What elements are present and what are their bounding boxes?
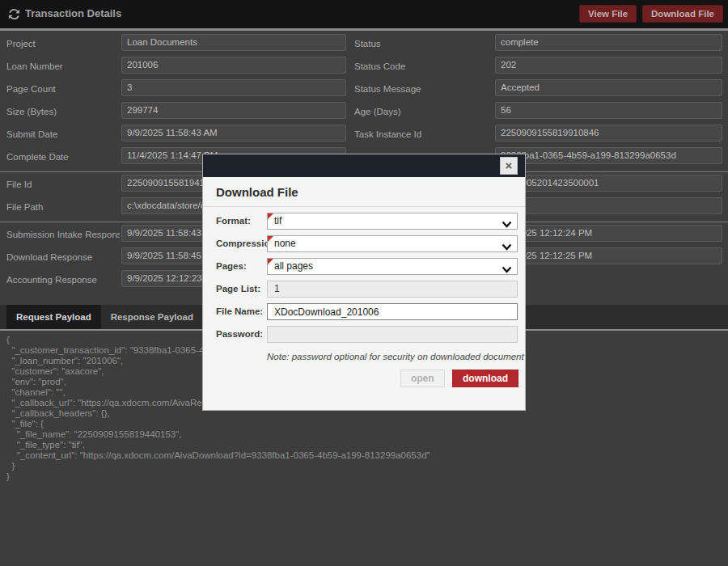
password-field-label: Password:	[216, 326, 263, 343]
file-path-label: File Path	[6, 199, 120, 216]
accounting-response-label: Accounting Response	[6, 272, 120, 289]
pages-field-label: Pages:	[216, 258, 247, 275]
complete-date-label: Complete Date	[6, 149, 120, 166]
age-days-label: Age (Days)	[354, 103, 493, 120]
password-input	[267, 326, 518, 343]
modal-fields: Format:tifCompression:nonePages:all page…	[203, 207, 525, 348]
refresh-icon[interactable]	[8, 8, 20, 20]
right-row-11-value[interactable]: 9/9/2025 12:12:25 PM	[495, 247, 722, 264]
file-id-label: File Id	[6, 176, 120, 193]
page-title: Transaction Details	[25, 7, 121, 19]
payload-line: "_file_name": "2250909155819440153",	[6, 429, 726, 440]
form-row: Loan Number201006Status Code202	[0, 57, 728, 79]
status-value[interactable]: complete	[495, 34, 722, 51]
changed-flag-icon	[268, 236, 273, 242]
form-row: ProjectLoan DocumentsStatuscomplete	[0, 34, 728, 57]
status-message-label: Status Message	[354, 81, 493, 98]
loan-number-label: Loan Number	[6, 58, 120, 75]
submit-date-value[interactable]: 9/9/2025 11:58:43 AM	[121, 125, 346, 142]
tab-request-payload[interactable]: Request Payload	[6, 305, 101, 329]
header-actions: View File Download File	[579, 5, 723, 23]
submit-date-label: Submit Date	[6, 126, 120, 143]
password-note: Note: password optional for security on …	[267, 352, 512, 361]
file-name-row: File Name:	[216, 303, 525, 326]
download-response-label: Download Response	[6, 249, 120, 266]
download-button[interactable]: download	[452, 370, 518, 387]
payload-line: }	[6, 461, 726, 471]
payload-line: "_file": {	[6, 419, 726, 429]
page-list-field-label: Page List:	[216, 281, 260, 298]
compression-row: Compression:none	[216, 235, 525, 258]
close-icon[interactable]: ×	[500, 157, 518, 175]
format-field-label: Format:	[216, 213, 251, 230]
view-file-button[interactable]: View File	[579, 5, 637, 23]
compression-selected-value: none	[274, 238, 296, 249]
status-message-value[interactable]: Accepted	[495, 79, 722, 96]
page-count-label: Page Count	[6, 81, 120, 98]
modal-title: Download File	[203, 177, 525, 207]
size-bytes-label: Size (Bytes)	[6, 103, 120, 120]
payload-line: "_content_url": "https://qa.xdocm.com/Ai…	[6, 450, 726, 461]
pages-select[interactable]: all pages	[267, 258, 518, 275]
password-row: Password:	[216, 326, 525, 348]
payload-line: }	[6, 471, 726, 482]
task-instance-id-label: Task Instance Id	[354, 126, 493, 143]
format-selected-value: tif	[274, 215, 281, 226]
chevron-down-icon	[502, 263, 512, 270]
status-code-label: Status Code	[354, 58, 493, 75]
header-bar: Transaction Details View File Download F…	[0, 0, 728, 28]
modal-titlebar: ×	[203, 154, 525, 177]
task-instance-id-value[interactable]: 2250909155819910846	[495, 125, 722, 142]
changed-flag-icon	[268, 213, 273, 219]
header-divider	[0, 28, 728, 31]
chevron-down-icon	[502, 240, 512, 247]
format-row: Format:tif	[216, 213, 525, 235]
age-days-value[interactable]: 56	[495, 102, 722, 119]
payload-line: "_file_type": "tif",	[6, 440, 726, 450]
modal-buttons: open download	[203, 370, 518, 387]
pages-selected-value: all pages	[274, 260, 313, 272]
project-label: Project	[6, 36, 120, 53]
status-label: Status	[354, 36, 493, 53]
page-count-value[interactable]: 3	[121, 79, 346, 96]
page-list-input: 1	[267, 281, 518, 298]
download-file-modal: × Download File Format:tifCompression:no…	[202, 154, 526, 411]
changed-flag-icon	[268, 259, 273, 264]
right-row-8-value[interactable]	[495, 197, 722, 214]
open-button[interactable]: open	[400, 370, 445, 387]
form-row: Size (Bytes)299774Age (Days)56	[0, 102, 728, 125]
file-name-field-label: File Name:	[216, 303, 263, 320]
form-row: Submit Date9/9/2025 11:58:43 AMTask Inst…	[0, 125, 728, 147]
right-row-10-value[interactable]: 9/9/2025 12:12:24 PM	[495, 225, 722, 242]
pages-row: Pages:all pages	[216, 258, 525, 281]
format-select[interactable]: tif	[267, 213, 518, 230]
size-bytes-value[interactable]: 299774	[121, 102, 346, 119]
transaction-details-page: Transaction Details View File Download F…	[0, 0, 728, 566]
file-name-input[interactable]	[267, 303, 518, 320]
form-row: Page Count3Status MessageAccepted	[0, 79, 728, 102]
page-list-row: Page List:1	[216, 281, 525, 303]
submission-intake-response-label: Submission Intake Response	[6, 226, 120, 243]
loan-number-value[interactable]: 201006	[121, 57, 346, 74]
compression-select[interactable]: none	[267, 235, 518, 252]
project-value[interactable]: Loan Documents	[121, 34, 346, 51]
right-row-5-value[interactable]: 9338fba1-0365-4b59-a199-813299a0653d	[495, 147, 722, 164]
download-file-button[interactable]: Download File	[642, 5, 723, 23]
status-code-value[interactable]: 202	[495, 57, 722, 74]
chevron-down-icon	[502, 218, 512, 225]
right-row-7-value[interactable]: 2250905201423500001	[495, 175, 722, 192]
tab-response-payload[interactable]: Response Payload	[101, 305, 203, 329]
